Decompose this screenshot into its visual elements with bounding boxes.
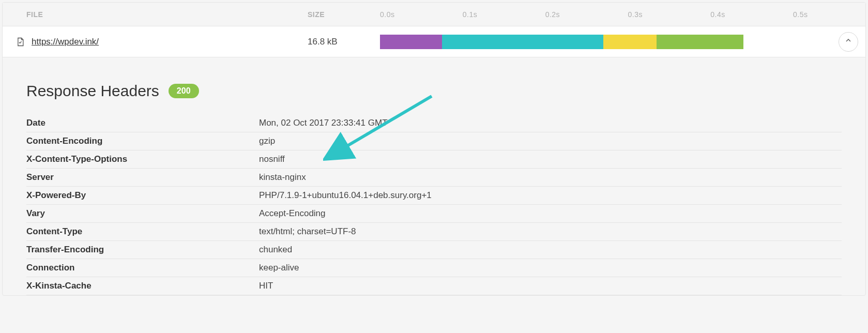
time-tick: 0.4s — [710, 10, 725, 19]
col-header-file: FILE — [3, 10, 308, 19]
time-tick: 0.3s — [628, 10, 642, 19]
header-row: Connectionkeep-alive — [26, 259, 842, 277]
request-url-link[interactable]: https://wpdev.ink/ — [32, 37, 99, 47]
header-key: Transfer-Encoding — [26, 245, 259, 255]
time-tick: 0.5s — [793, 10, 808, 19]
columns-header: FILE SIZE 0.0s0.1s0.2s0.3s0.4s0.5s — [3, 3, 865, 26]
waterfall-segment — [603, 35, 657, 49]
waterfall-segment — [442, 35, 603, 49]
request-panel: FILE SIZE 0.0s0.1s0.2s0.3s0.4s0.5s https… — [2, 2, 866, 296]
waterfall-segment — [657, 35, 743, 49]
header-key: Content-Type — [26, 226, 259, 237]
header-row: VaryAccept-Encoding — [26, 205, 842, 223]
header-value: Accept-Encoding — [259, 208, 842, 219]
header-key: X-Kinsta-Cache — [26, 281, 259, 291]
waterfall-segment — [380, 35, 442, 49]
response-headers-title: Response Headers 200 — [26, 82, 842, 100]
header-row: X-Kinsta-CacheHIT — [26, 277, 842, 295]
header-row: Transfer-Encodingchunked — [26, 241, 842, 259]
header-key: Content-Encoding — [26, 136, 259, 146]
time-tick: 0.2s — [545, 10, 560, 19]
header-row: Content-Typetext/html; charset=UTF-8 — [26, 223, 842, 241]
header-key: Server — [26, 172, 259, 183]
header-row: X-Content-Type-Optionsnosniff — [26, 150, 842, 169]
time-tick: 0.0s — [380, 10, 394, 19]
header-value: PHP/7.1.9-1+ubuntu16.04.1+deb.sury.org+1 — [259, 190, 842, 201]
size-cell: 16.8 kB — [308, 37, 380, 47]
header-value: chunked — [259, 245, 842, 255]
waterfall-cell — [380, 26, 865, 57]
header-value: text/html; charset=UTF-8 — [259, 226, 842, 237]
response-headers-section: Response Headers 200 DateMon, 02 Oct 201… — [3, 57, 865, 295]
chevron-up-icon — [844, 36, 852, 47]
header-value: Mon, 02 Oct 2017 23:33:41 GMT — [259, 118, 842, 128]
status-badge: 200 — [169, 84, 199, 98]
header-value: nosniff — [259, 154, 842, 164]
response-headers-title-text: Response Headers — [26, 82, 159, 100]
header-row: Serverkinsta-nginx — [26, 169, 842, 187]
header-key: Date — [26, 118, 259, 128]
header-row: Content-Encodinggzip — [26, 132, 842, 150]
header-value: kinsta-nginx — [259, 172, 842, 183]
request-row[interactable]: https://wpdev.ink/ 16.8 kB — [3, 26, 865, 57]
time-tick: 0.1s — [463, 10, 477, 19]
header-key: Vary — [26, 208, 259, 219]
file-cell: https://wpdev.ink/ — [3, 37, 308, 47]
header-row: X-Powered-ByPHP/7.1.9-1+ubuntu16.04.1+de… — [26, 187, 842, 205]
header-key: Connection — [26, 263, 259, 273]
col-header-size: SIZE — [308, 10, 380, 19]
headers-table: DateMon, 02 Oct 2017 23:33:41 GMTContent… — [26, 114, 842, 295]
header-value: gzip — [259, 136, 842, 146]
waterfall-track — [380, 26, 834, 57]
header-row: DateMon, 02 Oct 2017 23:33:41 GMT — [26, 114, 842, 132]
collapse-button[interactable] — [839, 32, 858, 52]
document-icon — [15, 37, 25, 47]
header-value: HIT — [259, 281, 842, 291]
header-value: keep-alive — [259, 263, 842, 273]
header-key: X-Content-Type-Options — [26, 154, 259, 164]
header-key: X-Powered-By — [26, 190, 259, 201]
